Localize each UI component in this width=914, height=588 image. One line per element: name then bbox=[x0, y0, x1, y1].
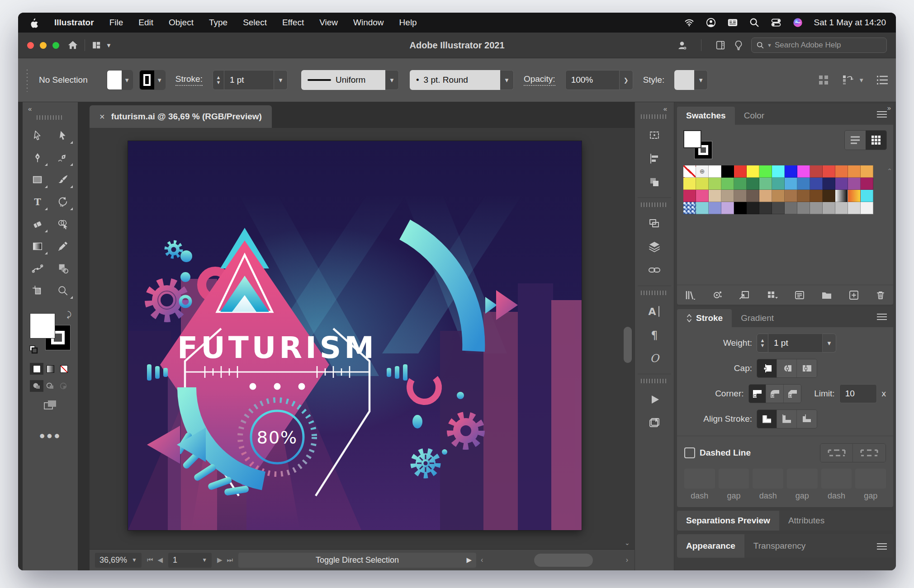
chevron-down-icon[interactable]: ▼ bbox=[858, 77, 864, 84]
eyedropper-tool[interactable] bbox=[50, 235, 76, 257]
dock-grip[interactable] bbox=[641, 291, 668, 295]
expand-dock-icon[interactable]: « bbox=[635, 102, 674, 113]
zoom-level-dropdown[interactable]: 36,69% ▼ bbox=[95, 553, 142, 568]
dash-preserve-button[interactable] bbox=[820, 444, 853, 462]
swatch[interactable] bbox=[747, 190, 759, 202]
swatch[interactable] bbox=[861, 190, 873, 202]
width-profile-dropdown[interactable]: Uniform bbox=[301, 70, 385, 90]
links-panel-icon[interactable] bbox=[644, 259, 665, 282]
swatch[interactable] bbox=[848, 178, 861, 190]
dock-grip[interactable] bbox=[641, 379, 668, 383]
status-menu-icon[interactable]: ▶ bbox=[466, 556, 472, 564]
swatch[interactable] bbox=[797, 202, 810, 214]
shaper-tool[interactable] bbox=[50, 257, 76, 279]
swatch[interactable] bbox=[721, 202, 734, 214]
scroll-left-icon[interactable]: ‹ bbox=[481, 556, 483, 564]
swatch[interactable] bbox=[823, 178, 835, 190]
swatch[interactable] bbox=[861, 165, 873, 178]
swatch[interactable] bbox=[772, 190, 785, 202]
pen-tool[interactable] bbox=[25, 146, 50, 169]
direct-selection-tool[interactable] bbox=[50, 124, 76, 146]
fill-stroke-proxy[interactable]: ⤸ bbox=[30, 313, 71, 357]
artboards-panel-icon[interactable] bbox=[644, 123, 665, 147]
cap-projecting-button[interactable] bbox=[797, 359, 817, 377]
swatch[interactable]: ⊕ bbox=[696, 165, 709, 178]
help-search-input[interactable]: ▼ Search Adobe Help bbox=[751, 38, 887, 53]
horizontal-scrollbar-thumb[interactable] bbox=[534, 554, 593, 567]
spotlight-search-icon[interactable] bbox=[749, 17, 760, 28]
menubar-clock[interactable]: Sat 1 May at 14:20 bbox=[814, 18, 886, 28]
draw-inside-button[interactable] bbox=[57, 380, 71, 392]
limit-value[interactable]: 10 bbox=[839, 384, 877, 403]
swatch[interactable] bbox=[683, 190, 696, 202]
tab-gradient[interactable]: Gradient bbox=[732, 309, 783, 327]
swatch[interactable] bbox=[810, 202, 823, 214]
pathfinder-panel-icon[interactable] bbox=[644, 170, 665, 194]
swatch[interactable] bbox=[759, 165, 772, 178]
swatch[interactable] bbox=[785, 190, 797, 202]
swatch[interactable] bbox=[696, 202, 709, 214]
swatch[interactable] bbox=[810, 190, 823, 202]
collapse-tools-icon[interactable]: « bbox=[23, 102, 78, 113]
swatch-libraries-icon[interactable] bbox=[684, 290, 696, 301]
chevron-down-icon[interactable]: ▼ bbox=[274, 70, 288, 90]
swatch[interactable] bbox=[785, 178, 797, 190]
color-mode-button[interactable] bbox=[30, 363, 43, 375]
tab-separations-preview[interactable]: Separations Preview bbox=[677, 511, 779, 531]
opentype-panel-icon[interactable]: O bbox=[644, 347, 665, 370]
tab-color[interactable]: Color bbox=[735, 107, 773, 125]
color-themes-icon[interactable] bbox=[712, 290, 723, 301]
shape-modes-icon[interactable] bbox=[841, 74, 855, 86]
gap-field[interactable] bbox=[719, 469, 749, 489]
home-icon[interactable] bbox=[67, 40, 78, 51]
rotate-tool[interactable] bbox=[50, 191, 76, 213]
new-color-group-icon[interactable] bbox=[821, 290, 833, 301]
swatch[interactable] bbox=[759, 202, 772, 214]
zoom-tool[interactable] bbox=[50, 279, 76, 301]
dash-field[interactable] bbox=[684, 469, 715, 489]
fill-proxy[interactable] bbox=[30, 313, 55, 339]
last-artboard-icon[interactable]: ⏭ bbox=[227, 556, 233, 564]
scroll-right-icon[interactable]: › bbox=[626, 556, 628, 564]
weight-stepper[interactable]: ▲▼ bbox=[757, 334, 768, 353]
corner-miter-button[interactable] bbox=[749, 385, 767, 403]
character-panel-icon[interactable]: A bbox=[644, 300, 665, 323]
draw-normal-button[interactable] bbox=[30, 380, 43, 392]
cap-round-button[interactable] bbox=[777, 359, 797, 377]
swatch[interactable] bbox=[734, 202, 747, 214]
tools-grip[interactable] bbox=[37, 115, 64, 120]
dash-field[interactable] bbox=[753, 469, 783, 489]
actions-panel-icon[interactable] bbox=[644, 388, 665, 411]
gap-field[interactable] bbox=[787, 469, 818, 489]
dash-align-button[interactable] bbox=[853, 444, 886, 462]
swatch[interactable] bbox=[797, 178, 810, 190]
artboard-dropdown[interactable]: 1 ▼ bbox=[168, 553, 212, 568]
menubar-item-type[interactable]: Type bbox=[209, 18, 227, 28]
weight-value[interactable]: 1 pt bbox=[768, 334, 823, 353]
swatch[interactable] bbox=[721, 178, 734, 190]
menubar-item-select[interactable]: Select bbox=[243, 18, 267, 28]
panel-menu-icon[interactable] bbox=[877, 541, 887, 551]
align-stroke-outside-button[interactable] bbox=[797, 410, 817, 428]
screen-mode-icon[interactable] bbox=[43, 399, 58, 412]
rectangle-tool[interactable] bbox=[25, 169, 50, 191]
swatch-options-icon[interactable] bbox=[794, 290, 805, 301]
tab-attributes[interactable]: Attributes bbox=[779, 511, 833, 531]
menubar-item-edit[interactable]: Edit bbox=[138, 18, 153, 28]
previous-artboard-icon[interactable]: ◀ bbox=[157, 556, 163, 564]
dock-grip[interactable] bbox=[641, 114, 668, 119]
gradient-mode-button[interactable] bbox=[43, 363, 57, 375]
panel-menu-icon[interactable] bbox=[877, 312, 887, 322]
opacity-label[interactable]: Opacity: bbox=[524, 74, 555, 86]
swatch[interactable] bbox=[721, 190, 734, 202]
transform-panel-icon[interactable] bbox=[644, 212, 665, 235]
swatch[interactable] bbox=[848, 165, 861, 178]
tab-stroke[interactable]: Stroke bbox=[677, 309, 732, 327]
swatch[interactable] bbox=[848, 202, 861, 214]
swatch[interactable] bbox=[759, 190, 772, 202]
menubar-item-window[interactable]: Window bbox=[353, 18, 384, 28]
menubar-item-effect[interactable]: Effect bbox=[282, 18, 304, 28]
swatch[interactable] bbox=[785, 202, 797, 214]
delete-swatch-icon[interactable] bbox=[875, 290, 886, 301]
draw-behind-button[interactable] bbox=[43, 380, 57, 392]
